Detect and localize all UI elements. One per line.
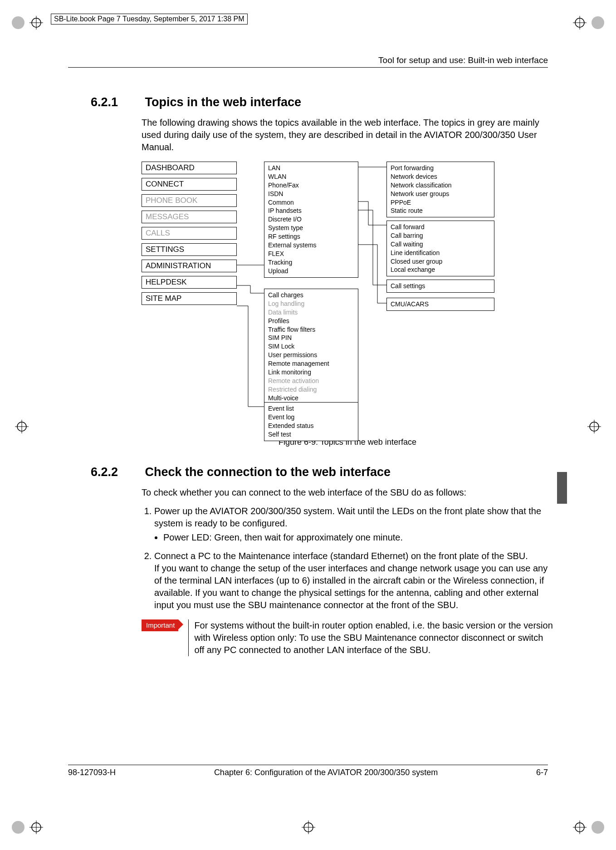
svg-point-21 xyxy=(592,821,604,834)
help-eventlog: Event log xyxy=(268,413,354,422)
frame-header: SB-Lite.book Page 7 Tuesday, September 5… xyxy=(51,14,248,25)
admin-simpin: SIM PIN xyxy=(268,334,354,342)
settings-systemtype: System type xyxy=(268,224,354,232)
crop-mark-bottom-right xyxy=(571,818,607,836)
admin-simlock: SIM Lock xyxy=(268,342,354,351)
nav-settings: SETTINGS xyxy=(142,243,237,256)
crop-mark-top-left xyxy=(9,14,45,32)
net-netclass: Network classification xyxy=(391,181,490,190)
crop-mark-bottom-center xyxy=(299,818,318,836)
panel-administration: Call charges Log handling Data limits Pr… xyxy=(264,289,358,405)
settings-isdn: ISDN xyxy=(268,190,354,198)
important-note: Important For systems without the built-… xyxy=(142,619,553,656)
crop-mark-top-right xyxy=(571,14,607,32)
admin-callcharges: Call charges xyxy=(268,291,354,300)
nav-sitemap: SITE MAP xyxy=(142,292,237,305)
panel-helpdesk: Event list Event log Extended status Sel… xyxy=(264,402,358,441)
important-tag: Important xyxy=(142,619,178,631)
section-622-title: Check the connection to the web interfac… xyxy=(145,465,391,479)
nav-phonebook: PHONE BOOK xyxy=(142,194,237,207)
callsettings-label: Call settings xyxy=(391,282,490,290)
call-localex: Local exchange xyxy=(391,265,490,274)
settings-flex: FLEX xyxy=(268,250,354,258)
admin-profiles: Profiles xyxy=(268,317,354,325)
panel-lan: Port forwarding Network devices Network … xyxy=(386,162,494,217)
help-selftest: Self test xyxy=(268,430,354,439)
panel-common: Call forward Call barring Call waiting L… xyxy=(386,221,494,276)
admin-datalimits: Data limits xyxy=(268,308,354,317)
admin-remoteact: Remote activation xyxy=(268,377,354,385)
admin-linkmon: Link monitoring xyxy=(268,368,354,377)
crop-mark-bottom-left xyxy=(9,818,45,836)
settings-upload: Upload xyxy=(268,267,354,275)
step-1: Power up the AVIATOR 200/300/350 system.… xyxy=(154,505,553,544)
step-2-text-a: Connect a PC to the Maintenance interfac… xyxy=(154,551,528,561)
footer-chapter: Chapter 6: Configuration of the AVIATOR … xyxy=(214,768,438,777)
nav-messages: MESSAGES xyxy=(142,211,237,223)
call-lineid: Line identification xyxy=(391,249,490,257)
step-1-text: Power up the AVIATOR 200/300/350 system.… xyxy=(154,506,541,528)
section-622-intro: To check whether you can connect to the … xyxy=(142,486,553,499)
step-2: Connect a PC to the Maintenance interfac… xyxy=(154,550,553,611)
nav-helpdesk: HELPDESK xyxy=(142,276,237,289)
call-fwd: Call forward xyxy=(391,223,490,231)
cmu-label: CMU/ACARS xyxy=(391,300,490,309)
admin-userperm: User permissions xyxy=(268,351,354,359)
net-portfwd: Port forwarding xyxy=(391,164,490,172)
important-text: For systems without the built-in router … xyxy=(194,619,553,656)
svg-point-14 xyxy=(12,821,24,834)
admin-multivoice: Multi-voice xyxy=(268,394,354,403)
settings-lan: LAN xyxy=(268,164,354,172)
net-netgroups: Network user groups xyxy=(391,190,490,198)
page-footer: 98-127093-H Chapter 6: Configuration of … xyxy=(68,765,548,777)
running-header: Tool for setup and use: Built-in web int… xyxy=(68,55,548,68)
footer-pagenum: 6-7 xyxy=(536,768,548,777)
panel-external-systems: CMU/ACARS xyxy=(386,298,494,311)
settings-wlan: WLAN xyxy=(268,172,354,181)
section-621-number: 6.2.1 xyxy=(91,95,142,109)
net-pppoe: PPPoE xyxy=(391,198,490,207)
settings-phonefax: Phone/Fax xyxy=(268,181,354,190)
section-621-heading: 6.2.1 Topics in the web interface xyxy=(91,95,553,109)
nav-connect: CONNECT xyxy=(142,178,237,191)
crop-mark-right xyxy=(585,418,603,436)
admin-loghandling: Log handling xyxy=(268,300,354,308)
section-622-heading: 6.2.2 Check the connection to the web in… xyxy=(91,465,553,479)
settings-tracking: Tracking xyxy=(268,258,354,267)
svg-point-4 xyxy=(592,16,604,29)
help-extstatus: Extended status xyxy=(268,422,354,430)
admin-remotemgmt: Remote management xyxy=(268,359,354,368)
help-eventlist: Event list xyxy=(268,404,354,413)
settings-common: Common xyxy=(268,198,354,207)
net-netdev: Network devices xyxy=(391,172,490,181)
section-621-title: Topics in the web interface xyxy=(145,95,302,109)
nav-calls: CALLS xyxy=(142,227,237,240)
crop-mark-left xyxy=(13,418,31,436)
panel-settings: LAN WLAN Phone/Fax ISDN Common IP handse… xyxy=(264,162,358,278)
settings-rf: RF settings xyxy=(268,232,354,241)
call-closedug: Closed user group xyxy=(391,257,490,266)
call-wait: Call waiting xyxy=(391,240,490,249)
panel-ip-handsets: Call settings xyxy=(386,280,494,293)
section-622-number: 6.2.2 xyxy=(91,465,142,479)
settings-iphandsets: IP handsets xyxy=(268,206,354,215)
net-staticroute: Static route xyxy=(391,206,490,215)
step-1-bullet: Power LED: Green, then wait for approxim… xyxy=(163,531,553,544)
svg-point-0 xyxy=(12,16,24,29)
figure-topics: DASHBOARD CONNECT PHONE BOOK MESSAGES CA… xyxy=(142,162,513,434)
admin-trafficflow: Traffic flow filters xyxy=(268,325,354,334)
nav-administration: ADMINISTRATION xyxy=(142,260,237,272)
call-bar: Call barring xyxy=(391,231,490,240)
nav-dashboard: DASHBOARD xyxy=(142,162,237,174)
important-divider xyxy=(188,619,189,656)
settings-discreteio: Discrete I/O xyxy=(268,215,354,224)
admin-restricted: Restricted dialing xyxy=(268,385,354,394)
footer-docnum: 98-127093-H xyxy=(68,768,116,777)
side-tab xyxy=(557,472,567,504)
settings-extsys: External systems xyxy=(268,241,354,250)
step-2-text-b: If you want to change the setup of the u… xyxy=(154,563,548,610)
section-621-intro: The following drawing shows the topics a… xyxy=(142,117,553,153)
